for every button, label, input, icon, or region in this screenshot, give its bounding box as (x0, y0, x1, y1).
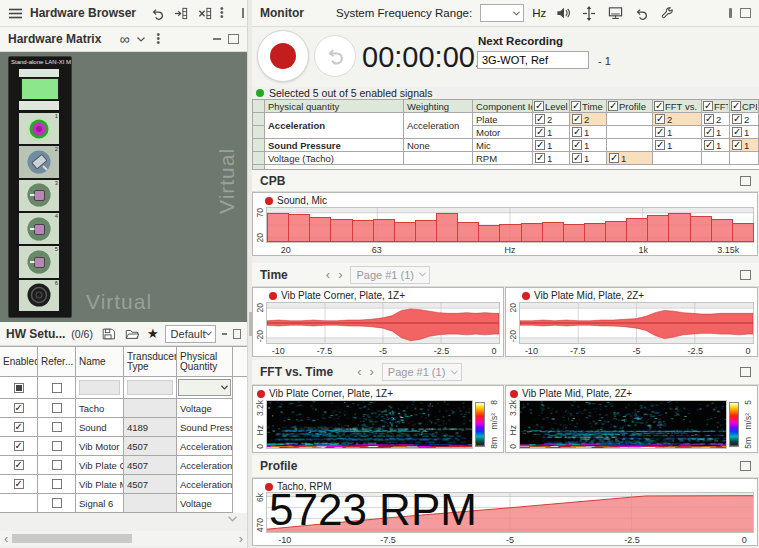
undo-icon[interactable] (632, 4, 650, 22)
cpb-bar[interactable] (647, 215, 669, 242)
column-header[interactable]: Name (76, 347, 124, 377)
cpb-plot-area[interactable] (266, 207, 754, 243)
scroll-down-icon[interactable] (228, 514, 237, 524)
page-prev-icon[interactable]: ‹ (326, 270, 330, 280)
freq-range-dropdown[interactable] (480, 4, 524, 22)
checkbox[interactable] (535, 114, 545, 124)
cpb-bar[interactable] (415, 220, 437, 242)
cpb-bar[interactable] (732, 223, 754, 242)
open-folder-icon[interactable] (123, 325, 141, 343)
checkbox[interactable] (732, 127, 742, 137)
connector-acc[interactable]: 3 (19, 180, 59, 211)
cpb-bar[interactable] (605, 221, 627, 242)
transducer-cell[interactable]: 4507 (124, 475, 177, 494)
column-header[interactable]: Physical Quantity (177, 347, 233, 377)
component-id-cell[interactable]: RPM (473, 152, 533, 165)
function-count-cell-time[interactable]: 1 (570, 152, 607, 165)
row-handle[interactable] (253, 126, 265, 139)
name-cell[interactable] (76, 377, 124, 399)
name-filter-field[interactable] (79, 380, 120, 395)
reference-cell[interactable] (38, 456, 76, 475)
next-recording-input[interactable] (477, 51, 589, 69)
function-count-cell-fft[interactable]: 1 (702, 126, 730, 139)
connector-acc[interactable]: 4 (19, 213, 59, 244)
function-count-cell-level[interactable]: 1 (533, 139, 570, 152)
hardware-matrix-canvas[interactable]: Stand-alone LAN-XI Modules 123456 Virtua… (0, 52, 247, 322)
maximize-icon[interactable] (740, 270, 751, 280)
cpb-bar[interactable] (563, 224, 585, 242)
connector-bnc[interactable]: 2 (19, 146, 59, 177)
reset-timer-button[interactable] (314, 35, 356, 77)
autorange-icon[interactable] (580, 4, 598, 22)
menu-icon[interactable] (6, 4, 24, 22)
overflow-icon[interactable]: ••• (153, 33, 163, 45)
function-count-cell-level[interactable]: 1 (533, 126, 570, 139)
cpb-bar[interactable] (521, 223, 543, 242)
cpb-bar[interactable] (690, 216, 712, 242)
time-chart-left[interactable]: Vib Plate Corner, Plate, 1Z+20-20-10-7.5… (252, 287, 504, 357)
checkbox[interactable] (14, 422, 24, 432)
checkbox[interactable] (52, 403, 62, 413)
checkbox[interactable] (52, 441, 62, 451)
checkbox[interactable] (14, 383, 24, 393)
quantity-cell[interactable]: Acceleration (177, 456, 233, 475)
name-cell[interactable]: Vib Plate M (76, 475, 124, 494)
checkbox[interactable] (572, 140, 582, 150)
checkbox[interactable] (703, 101, 713, 111)
component-id-cell[interactable]: Mic (473, 139, 533, 152)
weighting-cell[interactable]: Acceleration (404, 113, 473, 139)
page-next-icon[interactable]: › (338, 270, 342, 280)
function-count-cell-fft[interactable]: 2 (702, 113, 730, 126)
function-count-cell-fftvt[interactable] (653, 152, 702, 165)
function-count-cell-fft[interactable]: 1 (702, 139, 730, 152)
save-icon[interactable] (99, 325, 117, 343)
checkbox[interactable] (704, 114, 714, 124)
enabled-cell[interactable] (0, 475, 38, 494)
checkbox[interactable] (14, 403, 24, 413)
function-count-cell-cpb[interactable]: 1 (730, 126, 759, 139)
maximize-icon[interactable] (242, 8, 244, 18)
record-button[interactable] (257, 30, 309, 82)
function-count-cell-fftvt[interactable]: 1 (653, 139, 702, 152)
hscroll-thumb[interactable] (12, 534, 132, 543)
weighting-cell[interactable]: None (404, 139, 473, 152)
checkbox[interactable] (572, 153, 582, 163)
page-prev-icon[interactable]: ‹ (357, 367, 361, 377)
cpb-bar[interactable] (584, 223, 606, 242)
maximize-icon[interactable] (740, 367, 751, 377)
checkbox[interactable] (535, 140, 545, 150)
function-count-cell-cpb[interactable]: 2 (730, 113, 759, 126)
undo-icon[interactable] (148, 4, 166, 22)
checkbox[interactable] (52, 479, 62, 489)
enabled-cell[interactable] (0, 494, 38, 513)
column-header-fftvt[interactable]: FFT vs. Time (653, 100, 702, 113)
connector-power[interactable]: 6 (19, 280, 59, 311)
preset-dropdown[interactable]: Default (165, 325, 217, 343)
quantity-cell[interactable]: Sound Pressu (177, 418, 233, 437)
function-count-cell-level[interactable]: 2 (533, 113, 570, 126)
hw-table-hscrollbar[interactable]: ‹ › (0, 531, 247, 546)
page-next-icon[interactable]: › (369, 367, 373, 377)
enabled-cell[interactable] (0, 418, 38, 437)
column-header[interactable]: Component Id (473, 100, 533, 113)
delete-module-icon[interactable] (196, 4, 214, 22)
quantity-cell[interactable]: Acceleration (177, 437, 233, 456)
transducer-filter-field[interactable] (127, 380, 173, 395)
minimize-icon[interactable] (222, 333, 227, 335)
checkbox[interactable] (14, 460, 24, 470)
column-header-time[interactable]: Time (570, 100, 607, 113)
function-count-cell-time[interactable]: 1 (570, 126, 607, 139)
physical-quantity-cell[interactable]: Voltage (Tacho) (265, 152, 404, 165)
checkbox[interactable] (655, 127, 665, 137)
maximize-icon[interactable] (740, 176, 751, 186)
checkbox[interactable] (704, 140, 714, 150)
cpb-bar[interactable] (352, 220, 374, 242)
row-handle[interactable] (253, 139, 265, 152)
checkbox[interactable] (52, 383, 62, 393)
checkbox[interactable] (535, 127, 545, 137)
cpb-bar[interactable] (288, 214, 310, 242)
enabled-cell[interactable] (0, 377, 38, 399)
profile-chart[interactable]: Tacho, RPM 6k 470 5723 RPM -10-7.5-5-2.5… (252, 478, 758, 546)
pin-icon[interactable] (729, 8, 732, 18)
scroll-right-icon[interactable]: › (235, 534, 247, 544)
